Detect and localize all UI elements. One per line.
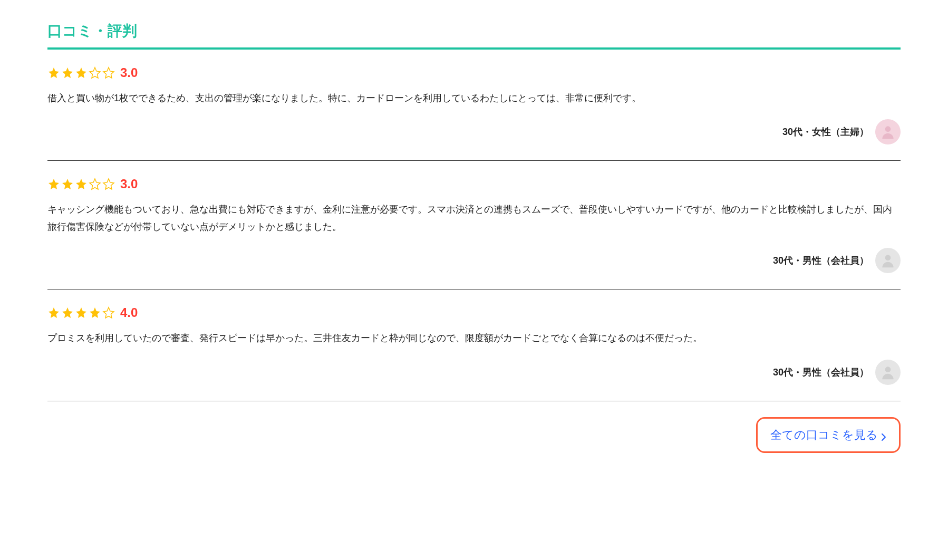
reviewer-row: 30代・男性（会社員） [47,248,901,273]
avatar [875,248,901,273]
star-rating [47,66,115,79]
review-text: プロミスを利用していたので審査、発行スピードは早かった。三井住友カードと枠が同じ… [47,330,901,346]
review-item: 4.0プロミスを利用していたので審査、発行スピードは早かった。三井住友カードと枠… [47,305,901,401]
rating-value: 4.0 [120,305,138,320]
star-filled-icon [75,66,88,79]
star-filled-icon [61,178,74,190]
star-filled-icon [89,306,101,319]
reviewer-info: 30代・男性（会社員） [773,366,869,379]
rating-value: 3.0 [120,177,138,191]
reviewer-info: 30代・男性（会社員） [773,254,869,267]
review-text: 借入と買い物が1枚でできるため、支出の管理が楽になりました。特に、カードローンを… [47,90,901,107]
reviewer-info: 30代・女性（主婦） [782,125,869,138]
see-all-reviews-button[interactable]: 全ての口コミを見る [756,417,901,453]
star-filled-icon [61,66,74,79]
rating-value: 3.0 [120,65,138,80]
see-all-label: 全ての口コミを見る [770,427,878,443]
star-filled-icon [61,306,74,319]
star-filled-icon [75,306,88,319]
rating-row: 3.0 [47,177,901,191]
star-filled-icon [75,178,88,190]
star-empty-icon [102,178,115,190]
review-text: キャッシング機能もついており、急な出費にも対応できますが、金利に注意が必要です。… [47,201,901,235]
rating-row: 4.0 [47,305,901,320]
review-item: 3.0キャッシング機能もついており、急な出費にも対応できますが、金利に注意が必要… [47,177,901,289]
chevron-right-icon [881,431,886,439]
star-rating [47,306,115,319]
svg-point-1 [885,255,891,261]
reviewer-row: 30代・男性（会社員） [47,360,901,385]
rating-row: 3.0 [47,65,901,80]
star-filled-icon [47,306,60,319]
section-title: 口コミ・評判 [47,21,901,50]
svg-point-2 [885,366,891,372]
star-filled-icon [47,178,60,190]
star-filled-icon [47,66,60,79]
avatar [875,360,901,385]
star-empty-icon [102,306,115,319]
avatar [875,119,901,144]
footer-row: 全ての口コミを見る [47,417,901,453]
reviewer-row: 30代・女性（主婦） [47,119,901,144]
svg-point-0 [885,127,891,132]
star-empty-icon [89,178,101,190]
star-empty-icon [89,66,101,79]
review-item: 3.0借入と買い物が1枚でできるため、支出の管理が楽になりました。特に、カードロ… [47,65,901,161]
star-empty-icon [102,66,115,79]
star-rating [47,178,115,190]
